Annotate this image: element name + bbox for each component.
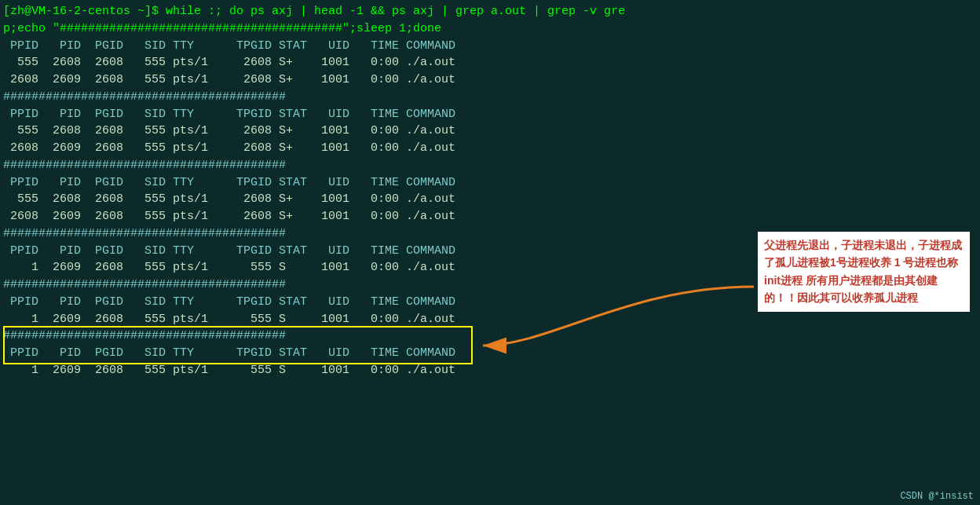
row-3-2: 2608 2609 2608 555 pts/1 2608 S+ 1001 0:… [3,208,980,225]
command-line: [zh@VM-16-2-centos ~]$ while :; do ps ax… [3,3,980,20]
header-2: PPID PID PGID SID TTY TPGID STAT UID TIM… [3,106,980,123]
row-2-2: 2608 2609 2608 555 pts/1 2608 S+ 1001 0:… [3,140,980,157]
terminal: [zh@VM-16-2-centos ~]$ while :; do ps ax… [0,0,980,505]
annotation-text: 父进程先退出，子进程未退出，子进程成了孤儿进程被1号进程收养 1 号进程也称in… [764,239,962,304]
header-1: PPID PID PGID SID TTY TPGID STAT UID TIM… [3,38,980,55]
header-3: PPID PID PGID SID TTY TPGID STAT UID TIM… [3,174,980,192]
row-2-1: 555 2608 2608 555 pts/1 2608 S+ 1001 0:0… [3,123,980,140]
annotation-box: 父进程先退出，子进程未退出，子进程成了孤儿进程被1号进程收养 1 号进程也称in… [758,232,970,312]
row-3-1: 555 2608 2608 555 pts/1 2608 S+ 1001 0:0… [3,191,980,208]
hash-2: ######################################## [3,157,980,174]
watermark: CSDN @*insist [900,491,974,502]
command-line-cont: p;echo "################################… [3,20,980,38]
row-6-1: 1 2609 2608 555 pts/1 555 S 1001 0:00 ./… [3,362,980,379]
row-5-1: 1 2609 2608 555 pts/1 555 S 1001 0:00 ./… [3,311,980,328]
header-6: PPID PID PGID SID TTY TPGID STAT UID TIM… [3,345,980,362]
hash-5: ######################################## [3,328,980,345]
row-1-1: 555 2608 2608 555 pts/1 2608 S+ 1001 0:0… [3,54,980,71]
row-1-2: 2608 2609 2608 555 pts/1 2608 S+ 1001 0:… [3,71,980,89]
hash-1: ######################################## [3,89,980,106]
